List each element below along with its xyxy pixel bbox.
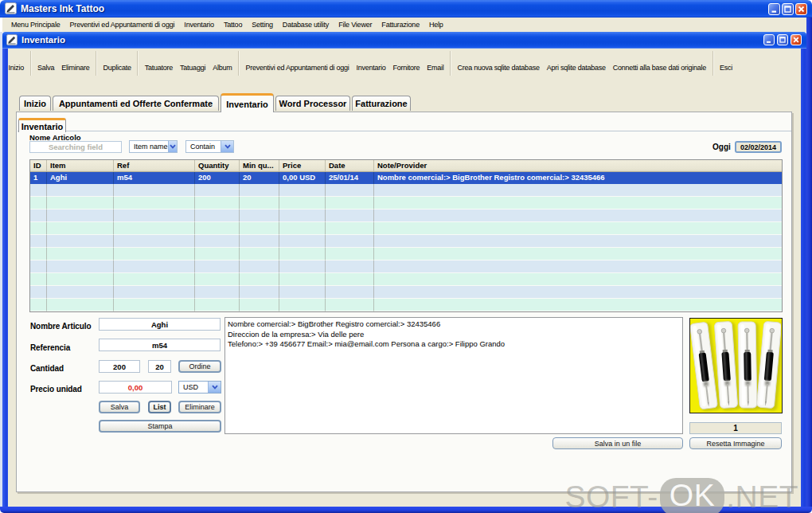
table-cell	[240, 299, 279, 311]
child-minimize-button[interactable]	[763, 34, 775, 45]
table-cell	[240, 260, 279, 273]
toolbar-button-connetti-alla-base-dati-originale[interactable]: Connetti alla base dati originale	[609, 64, 709, 72]
unit-price-input[interactable]: 0,00	[99, 381, 172, 394]
toolbar-button-fornitore[interactable]: Fornitore	[389, 64, 424, 72]
search-field-select[interactable]: Item name	[129, 140, 178, 153]
quantity-input[interactable]: 200	[99, 360, 140, 373]
table-cell	[47, 286, 114, 299]
menu-item-inventario[interactable]: Inventario	[179, 19, 219, 31]
search-mode-select[interactable]: Contain	[185, 140, 234, 153]
table-row-empty[interactable]	[30, 235, 782, 248]
toolbar-separator	[712, 51, 714, 76]
reference-label: Referencia	[30, 343, 70, 352]
table-cell	[374, 210, 782, 222]
item-name-input[interactable]: Aghi	[99, 318, 221, 331]
tab-appuntamenti-ed-offerte-confermate[interactable]: Appuntamenti ed Offerte Confermate	[53, 96, 219, 111]
tab-inizio[interactable]: Inizio	[19, 96, 51, 111]
inventory-table[interactable]: IDItemRefQuantityMin qu...PriceDateNote/…	[29, 159, 783, 312]
save-button[interactable]: Salva	[99, 401, 140, 413]
table-cell	[240, 235, 279, 248]
toolbar-button-eliminare[interactable]: Eliminare	[58, 64, 93, 72]
maximize-icon	[784, 6, 791, 13]
list-button[interactable]: List	[148, 401, 171, 413]
column-header-item[interactable]: Item	[47, 160, 114, 171]
min-quantity-input[interactable]: 20	[148, 360, 171, 373]
tab-inventario[interactable]: Inventario	[221, 93, 274, 112]
table-row-empty[interactable]	[30, 222, 782, 235]
tab-fatturazione[interactable]: Fatturazione	[352, 96, 411, 111]
table-cell	[30, 273, 47, 286]
toolbar-button-tatuatore[interactable]: Tatuatore	[141, 64, 176, 72]
column-header-date[interactable]: Date	[326, 160, 374, 171]
table-row-empty[interactable]	[30, 197, 782, 210]
table-cell	[114, 210, 195, 222]
menu-item-menu-principale[interactable]: Menu Principale	[6, 19, 65, 31]
table-row-empty[interactable]	[30, 184, 782, 197]
toolbar-button-esci[interactable]: Esci	[716, 64, 736, 72]
today-date-field[interactable]: 02/02/2014	[735, 141, 782, 153]
toolbar-button-crea-nuova-sqlite-database[interactable]: Crea nuova sqlite database	[454, 64, 543, 72]
table-cell	[195, 311, 240, 312]
toolbar-button-salva[interactable]: Salva	[34, 64, 58, 72]
save-to-file-button[interactable]: Salva in un file	[552, 437, 683, 449]
menu-item-help[interactable]: Help	[424, 19, 448, 31]
table-row-empty[interactable]	[30, 311, 782, 312]
chevron-down-icon[interactable]	[208, 382, 221, 393]
print-button[interactable]: Stampa	[99, 420, 221, 433]
column-header-price[interactable]: Price	[279, 160, 326, 171]
child-maximize-button[interactable]	[777, 34, 788, 45]
child-close-button[interactable]	[791, 34, 802, 45]
chevron-down-icon[interactable]	[168, 141, 177, 152]
menu-item-fatturazione[interactable]: Fatturazione	[377, 19, 424, 31]
provider-notes-textarea[interactable]: Nombre comercial:> BigBrother Registro c…	[224, 317, 683, 434]
close-icon	[798, 6, 805, 13]
table-cell	[326, 184, 374, 197]
tab-word-processor[interactable]: Word Processor	[275, 96, 350, 111]
table-cell	[114, 311, 195, 312]
menu-item-file-viewer[interactable]: File Viewer	[334, 19, 377, 31]
column-header-min-qu-[interactable]: Min qu...	[240, 160, 279, 171]
table-cell	[114, 286, 195, 299]
column-header-note-provider[interactable]: Note/Provider	[374, 160, 782, 171]
table-cell: 1	[30, 172, 47, 184]
column-header-quantity[interactable]: Quantity	[195, 160, 240, 171]
search-input[interactable]: Searching field	[29, 141, 122, 153]
table-cell	[279, 248, 326, 260]
toolbar-button-apri-sqlite-database[interactable]: Apri sqlite database	[543, 64, 609, 72]
minimize-button[interactable]	[768, 3, 780, 15]
table-cell	[374, 299, 782, 311]
maximize-button[interactable]	[782, 3, 794, 15]
photo-count-field[interactable]: 1	[689, 422, 782, 434]
table-row-empty[interactable]	[30, 210, 782, 222]
table-row-empty[interactable]	[30, 248, 782, 260]
table-row-empty[interactable]	[30, 286, 782, 299]
reset-image-button[interactable]: Resetta Immagine	[689, 437, 782, 449]
table-cell	[279, 210, 326, 222]
currency-select[interactable]: USD	[178, 381, 221, 394]
toolbar-button-inizio[interactable]: Inizio	[5, 64, 28, 72]
item-photo[interactable]	[689, 318, 783, 413]
menu-item-tattoo[interactable]: Tattoo	[219, 19, 247, 31]
toolbar-button-preventivi-ed-appuntamenti-di-oggi[interactable]: Preventivi ed Appuntamenti di oggi	[242, 64, 353, 72]
toolbar-button-duplicate[interactable]: Duplicate	[100, 64, 135, 72]
chevron-down-icon[interactable]	[221, 141, 233, 152]
menu-item-preventivi-ed-appuntamenti-di-oggi[interactable]: Preventivi ed Appuntamenti di oggi	[65, 19, 180, 31]
table-row-empty[interactable]	[30, 260, 782, 273]
table-row-selected[interactable]: 1Aghim54200200,00 USD25/01/14Nombre come…	[30, 172, 782, 184]
toolbar-button-tatuaggi[interactable]: Tatuaggi	[177, 64, 209, 72]
reference-input[interactable]: m54	[99, 339, 221, 351]
toolbar-button-inventario[interactable]: Inventario	[353, 64, 389, 72]
inner-tab-inventario[interactable]: Inventario	[18, 118, 66, 132]
close-button[interactable]	[795, 3, 807, 15]
toolbar-button-email[interactable]: Email	[424, 64, 447, 72]
order-button[interactable]: Ordine	[178, 360, 221, 373]
column-header-ref[interactable]: Ref	[114, 160, 195, 171]
menu-item-database-utility[interactable]: Database utility	[278, 19, 334, 31]
column-header-id[interactable]: ID	[30, 160, 47, 171]
delete-button[interactable]: Eliminare	[178, 401, 221, 413]
menu-item-setting[interactable]: Setting	[247, 19, 278, 31]
table-row-empty[interactable]	[30, 273, 782, 286]
table-cell	[114, 273, 195, 286]
toolbar-button-album[interactable]: Album	[209, 64, 236, 72]
table-row-empty[interactable]	[30, 299, 782, 311]
